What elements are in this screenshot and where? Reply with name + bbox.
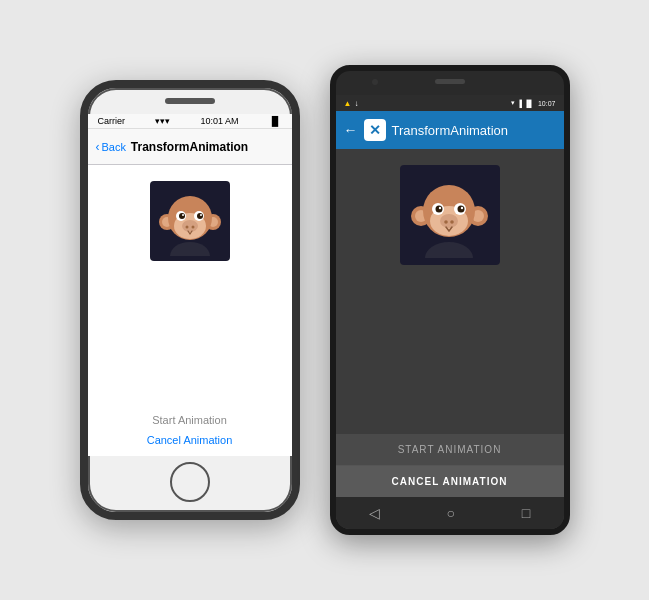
svg-point-10: [179, 213, 185, 219]
ios-screen: Carrier ▾▾▾ 10:01 AM ▐▌ ‹ Back Transform…: [88, 114, 292, 456]
xamarin-logo: ✕: [369, 122, 381, 138]
svg-point-27: [436, 205, 443, 212]
android-status-right: ▾ ▐ ▐▌ 10:07: [511, 99, 555, 107]
android-monkey-image: [400, 165, 500, 265]
ios-carrier: Carrier: [98, 116, 126, 126]
ios-back-chevron-icon: ‹: [96, 140, 100, 154]
svg-point-14: [182, 220, 198, 232]
ios-monkey-image: [150, 181, 230, 261]
ios-nav-bar: ‹ Back TransformAnimation: [88, 129, 292, 165]
android-download-icon: ↓: [354, 99, 358, 108]
svg-point-31: [440, 214, 458, 228]
ios-mute-button: [80, 148, 82, 170]
ios-back-label[interactable]: Back: [102, 141, 126, 153]
ios-status-bar: Carrier ▾▾▾ 10:01 AM ▐▌: [88, 114, 292, 129]
ios-battery-icon: ▐▌: [269, 116, 282, 126]
android-battery-icon: ▐▌: [524, 100, 534, 107]
ios-back-button[interactable]: ‹ Back: [96, 140, 126, 154]
ios-power-button: [298, 188, 300, 238]
ios-phone: Carrier ▾▾▾ 10:01 AM ▐▌ ‹ Back Transform…: [80, 80, 300, 520]
ios-volume-up-button: [80, 178, 82, 208]
android-home-nav-icon[interactable]: ○: [447, 505, 455, 521]
android-toolbar: ← ✕ TransformAnimation: [336, 111, 564, 149]
svg-point-13: [200, 214, 202, 216]
svg-point-29: [439, 206, 441, 208]
ios-page-title: TransformAnimation: [131, 140, 248, 154]
svg-point-33: [450, 220, 454, 224]
ios-start-animation-button[interactable]: Start Animation: [152, 414, 227, 426]
svg-point-30: [461, 206, 463, 208]
android-warn-icon: ▲: [344, 99, 352, 108]
android-wifi-icon: ▾: [511, 99, 515, 107]
svg-point-12: [182, 214, 184, 216]
android-camera: [372, 79, 378, 85]
ios-cancel-animation-button[interactable]: Cancel Animation: [147, 434, 233, 446]
android-cancel-animation-button[interactable]: CANCEL ANIMATION: [336, 466, 564, 497]
android-back-nav-icon[interactable]: ◁: [369, 505, 380, 521]
android-xamarin-icon: ✕: [364, 119, 386, 141]
android-status-left: ▲ ↓: [344, 99, 359, 108]
android-content: START ANIMATION CANCEL ANIMATION: [336, 149, 564, 497]
ios-volume-down-button: [80, 216, 82, 246]
android-start-animation-button[interactable]: START ANIMATION: [336, 434, 564, 466]
svg-point-28: [458, 205, 465, 212]
android-recent-nav-icon[interactable]: □: [522, 505, 530, 521]
android-screen: ▲ ↓ ▾ ▐ ▐▌ 10:07 ← ✕ TransformAnimation: [336, 95, 564, 529]
android-nav-bar: ◁ ○ □: [336, 497, 564, 529]
svg-point-15: [185, 226, 188, 229]
android-buttons-area: START ANIMATION CANCEL ANIMATION: [336, 434, 564, 497]
android-phone: ▲ ↓ ▾ ▐ ▐▌ 10:07 ← ✕ TransformAnimation: [330, 65, 570, 535]
svg-point-11: [197, 213, 203, 219]
android-page-title: TransformAnimation: [392, 123, 509, 138]
ios-time: 10:01 AM: [200, 116, 238, 126]
ios-buttons-area: Start Animation Cancel Animation: [88, 414, 292, 446]
ios-content: Start Animation Cancel Animation: [88, 165, 292, 456]
android-back-button[interactable]: ←: [344, 122, 358, 138]
svg-point-32: [444, 220, 448, 224]
ios-wifi-icon: ▾▾▾: [155, 116, 170, 126]
android-signal-icon: ▐: [517, 100, 522, 107]
android-time: 10:07: [538, 100, 556, 107]
svg-point-16: [191, 226, 194, 229]
android-status-bar: ▲ ↓ ▾ ▐ ▐▌ 10:07: [336, 95, 564, 111]
